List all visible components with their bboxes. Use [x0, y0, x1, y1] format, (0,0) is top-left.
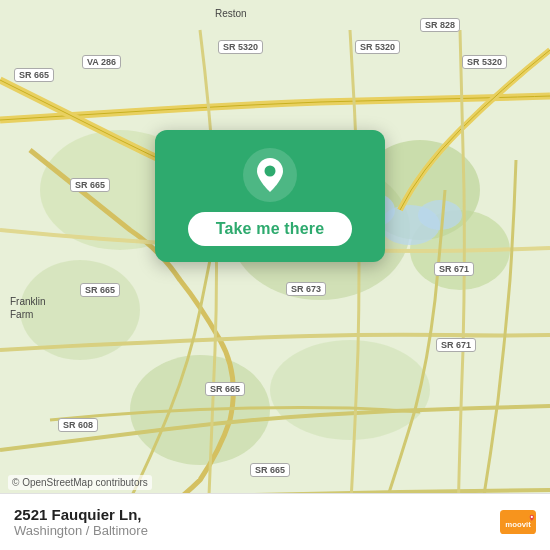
road-label-sr5320-tr: SR 5320 — [355, 40, 400, 54]
copyright-text: © OpenStreetMap contributors — [8, 475, 152, 490]
address-line: 2521 Fauquier Ln, — [14, 506, 148, 523]
city-line: Washington / Baltimore — [14, 523, 148, 538]
place-label-reston: Reston — [215, 8, 247, 19]
road-label-sr671-mr: SR 671 — [434, 262, 474, 276]
road-label-sr608: SR 608 — [58, 418, 98, 432]
svg-text:moovit: moovit — [505, 520, 531, 529]
road-label-sr828: SR 828 — [420, 18, 460, 32]
svg-point-15 — [531, 516, 533, 518]
place-label-franklin-farm: FranklinFarm — [10, 295, 46, 321]
moovit-logo-icon: moovit — [500, 504, 536, 540]
address-section: 2521 Fauquier Ln, Washington / Baltimore — [14, 506, 148, 538]
popup-card: Take me there — [155, 130, 385, 262]
bottom-bar: 2521 Fauquier Ln, Washington / Baltimore… — [0, 493, 550, 550]
road-label-sr5320-tc: SR 5320 — [218, 40, 263, 54]
location-pin-icon — [243, 148, 297, 202]
road-label-sr665-bb: SR 665 — [250, 463, 290, 477]
road-label-sr671-br: SR 671 — [436, 338, 476, 352]
road-label-sr665-ml: SR 665 — [70, 178, 110, 192]
road-label-sr665-bl: SR 665 — [80, 283, 120, 297]
map-container: SR 828 VA 286 SR 665 SR 5320 SR 5320 SR … — [0, 0, 550, 550]
svg-point-10 — [418, 200, 462, 230]
svg-point-7 — [270, 340, 430, 440]
take-me-there-button[interactable]: Take me there — [188, 212, 353, 246]
road-label-sr665-tl: SR 665 — [14, 68, 54, 82]
road-label-sr673: SR 673 — [286, 282, 326, 296]
moovit-logo: moovit — [500, 504, 536, 540]
road-label-va286: VA 286 — [82, 55, 121, 69]
road-label-sr5320-r: SR 5320 — [462, 55, 507, 69]
svg-point-12 — [265, 166, 276, 177]
road-label-sr665-bm: SR 665 — [205, 382, 245, 396]
